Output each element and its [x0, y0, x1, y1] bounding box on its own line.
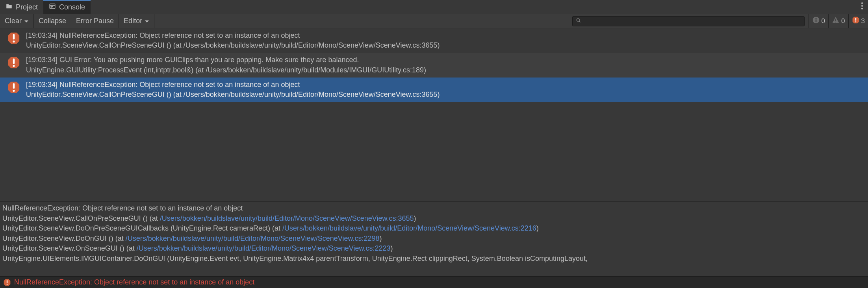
warning-filter-toggle[interactable]: 0	[828, 14, 848, 28]
info-icon	[812, 16, 820, 26]
chevron-down-icon	[24, 17, 29, 25]
search-input[interactable]	[584, 18, 801, 24]
clear-label: Clear	[5, 17, 22, 25]
error-pause-label: Error Pause	[76, 17, 114, 25]
svg-point-7	[577, 18, 579, 21]
stack-path-link[interactable]: /Users/bokken/buildslave/unity/build/Edi…	[160, 214, 414, 222]
stack-path-link[interactable]: /Users/bokken/buildslave/unity/build/Edi…	[126, 234, 380, 242]
status-message: NullReferenceException: Object reference…	[14, 278, 254, 286]
svg-point-16	[855, 21, 856, 22]
error-pause-button[interactable]: Error Pause	[71, 14, 119, 28]
warning-icon	[832, 16, 840, 26]
error-icon	[7, 56, 20, 69]
svg-point-22	[13, 65, 15, 67]
svg-point-25	[13, 90, 15, 92]
svg-point-6	[861, 8, 863, 9]
detail-line: UnityEditor.SceneView.DoOnGUI () (at /Us…	[2, 234, 866, 244]
tab-menu-button[interactable]	[856, 2, 868, 12]
error-filter-toggle[interactable]: 3	[848, 14, 868, 28]
svg-rect-24	[13, 83, 15, 89]
clear-button[interactable]: Clear	[0, 14, 34, 28]
svg-point-4	[861, 2, 863, 4]
stack-path-link[interactable]: /Users/bokken/buildslave/unity/build/Edi…	[282, 224, 536, 232]
log-list[interactable]: [19:03:34] NullReferenceException: Objec…	[0, 28, 868, 201]
svg-line-8	[579, 21, 580, 22]
svg-point-11	[815, 18, 816, 19]
detail-line: UnityEditor.SceneView.CallOnPreSceneGUI …	[2, 214, 866, 224]
tab-console-label: Console	[59, 3, 85, 11]
svg-rect-15	[855, 18, 856, 21]
detail-line: UnityEditor.SceneView.DoOnPreSceneGUICal…	[2, 223, 866, 234]
svg-rect-10	[815, 19, 816, 22]
log-entry[interactable]: [19:03:34] GUI Error: You are pushing mo…	[0, 53, 868, 77]
log-entry[interactable]: [19:03:34] NullReferenceException: Objec…	[0, 28, 868, 53]
error-icon	[7, 31, 20, 45]
chevron-down-icon	[145, 17, 149, 25]
svg-rect-0	[50, 4, 55, 9]
error-count: 3	[861, 17, 865, 25]
detail-line: UnityEngine.UIElements.IMGUIContainer.Do…	[2, 254, 866, 264]
svg-rect-21	[13, 59, 15, 64]
status-bar[interactable]: NullReferenceException: Object reference…	[0, 276, 868, 288]
folder-icon	[6, 3, 13, 12]
svg-point-28	[7, 284, 8, 285]
log-text: [19:03:34] NullReferenceException: Objec…	[26, 80, 440, 100]
search-icon	[576, 17, 581, 25]
collapse-button[interactable]: Collapse	[34, 14, 71, 28]
log-detail-panel[interactable]: NullReferenceException: Object reference…	[0, 201, 868, 276]
tab-bar: Project Console	[0, 0, 868, 14]
svg-rect-27	[7, 280, 7, 283]
log-text: [19:03:34] NullReferenceException: Objec…	[26, 31, 440, 50]
tab-project[interactable]: Project	[0, 0, 43, 14]
svg-point-19	[13, 41, 15, 42]
warning-count: 0	[841, 17, 845, 25]
stack-path-link[interactable]: /Users/bokken/buildslave/unity/build/Edi…	[137, 244, 391, 252]
tab-project-label: Project	[16, 3, 38, 11]
editor-label: Editor	[124, 17, 142, 25]
log-text: [19:03:34] GUI Error: You are pushing mo…	[26, 55, 426, 75]
info-count: 0	[822, 17, 825, 25]
detail-line: UnityEditor.SceneView.OnSceneGUI () (at …	[2, 244, 866, 254]
info-filter-toggle[interactable]: 0	[809, 14, 828, 28]
error-icon	[852, 16, 860, 26]
search-box[interactable]	[572, 16, 805, 26]
console-icon	[49, 3, 56, 12]
svg-point-13	[835, 22, 836, 22]
detail-line: NullReferenceException: Object reference…	[2, 203, 866, 214]
log-filter-badges: 0 0 3	[809, 14, 868, 28]
svg-rect-18	[13, 34, 15, 39]
tab-console[interactable]: Console	[43, 0, 91, 14]
svg-rect-12	[835, 19, 836, 21]
log-entry[interactable]: [19:03:34] NullReferenceException: Objec…	[0, 78, 868, 102]
editor-dropdown[interactable]: Editor	[119, 14, 154, 28]
error-icon	[3, 279, 11, 286]
collapse-label: Collapse	[39, 17, 66, 25]
error-icon	[7, 81, 20, 94]
console-toolbar: Clear Collapse Error Pause Editor 0 0 3	[0, 14, 868, 28]
svg-point-5	[861, 5, 863, 7]
